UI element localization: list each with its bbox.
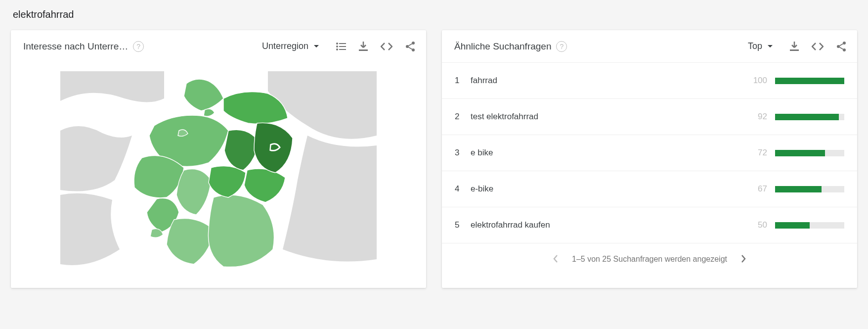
query-term: test elektrofahrrad — [471, 112, 747, 122]
svg-rect-3 — [339, 46, 346, 47]
query-rank: 1 — [455, 76, 471, 86]
page-title: elektrofahrrad — [11, 9, 857, 30]
svg-rect-6 — [359, 49, 368, 51]
svg-point-8 — [406, 45, 409, 48]
dropdown-label: Top — [748, 41, 762, 51]
card-title: Interesse nach Unterre… — [23, 41, 128, 52]
query-score: 92 — [747, 112, 775, 122]
share-icon[interactable] — [836, 41, 846, 52]
query-score: 72 — [747, 148, 775, 158]
dropdown-label: Unterregion — [262, 41, 308, 51]
download-icon[interactable] — [790, 42, 799, 51]
query-score: 50 — [747, 220, 775, 230]
svg-point-7 — [412, 42, 415, 45]
query-score: 100 — [747, 76, 775, 86]
svg-rect-5 — [339, 49, 346, 50]
query-term: e bike — [471, 148, 747, 158]
svg-point-2 — [336, 46, 338, 47]
query-term: elektrofahrrad kaufen — [471, 220, 747, 230]
embed-icon[interactable] — [381, 43, 392, 50]
region-interest-card: Interesse nach Unterre… ? Unterregion — [11, 30, 426, 288]
query-bar — [775, 114, 844, 120]
embed-icon[interactable] — [812, 43, 824, 50]
query-row[interactable]: 2test elektrofahrrad92 — [442, 98, 857, 135]
query-rank: 2 — [455, 112, 471, 122]
svg-rect-1 — [339, 43, 346, 44]
next-page-button[interactable] — [741, 253, 746, 266]
svg-point-0 — [336, 43, 338, 45]
query-term: fahrrad — [471, 76, 747, 86]
help-icon[interactable]: ? — [133, 41, 144, 52]
sort-dropdown[interactable]: Top — [747, 39, 774, 53]
query-row[interactable]: 4e-bike67 — [442, 171, 857, 207]
pager-text: 1–5 von 25 Suchanfragen werden angezeigt — [572, 255, 727, 264]
query-rank: 5 — [455, 220, 471, 230]
query-row[interactable]: 1fahrrad100 — [442, 62, 857, 98]
chevron-down-icon — [767, 45, 773, 48]
pager: 1–5 von 25 Suchanfragen werden angezeigt — [442, 243, 857, 275]
query-row[interactable]: 5elektrofahrrad kaufen50 — [442, 207, 857, 243]
svg-point-11 — [843, 42, 846, 45]
svg-point-12 — [837, 45, 840, 48]
help-icon[interactable]: ? — [556, 41, 567, 52]
chevron-down-icon — [313, 45, 319, 48]
query-rank: 4 — [455, 184, 471, 194]
query-bar — [775, 150, 844, 156]
related-queries-card: Ähnliche Suchanfragen ? Top — [442, 30, 857, 288]
prev-page-button[interactable] — [553, 253, 558, 266]
svg-point-4 — [336, 48, 338, 50]
svg-point-13 — [843, 48, 846, 51]
download-icon[interactable] — [359, 42, 368, 51]
query-term: e-bike — [471, 184, 747, 194]
card-header: Ähnliche Suchanfragen ? Top — [442, 30, 857, 62]
query-bar — [775, 78, 844, 84]
query-rank: 3 — [455, 148, 471, 158]
svg-point-9 — [412, 48, 415, 51]
query-bar — [775, 186, 844, 192]
card-header: Interesse nach Unterre… ? Unterregion — [11, 30, 426, 62]
query-bar — [775, 222, 844, 229]
card-title: Ähnliche Suchanfragen — [454, 41, 551, 52]
query-list: 1fahrrad1002test elektrofahrrad923e bike… — [442, 62, 857, 243]
germany-map[interactable] — [60, 71, 377, 274]
query-score: 67 — [747, 184, 775, 194]
svg-rect-10 — [790, 49, 799, 51]
region-level-dropdown[interactable]: Unterregion — [261, 39, 320, 53]
query-row[interactable]: 3e bike72 — [442, 135, 857, 171]
share-icon[interactable] — [405, 41, 415, 52]
list-view-icon[interactable] — [336, 43, 346, 50]
